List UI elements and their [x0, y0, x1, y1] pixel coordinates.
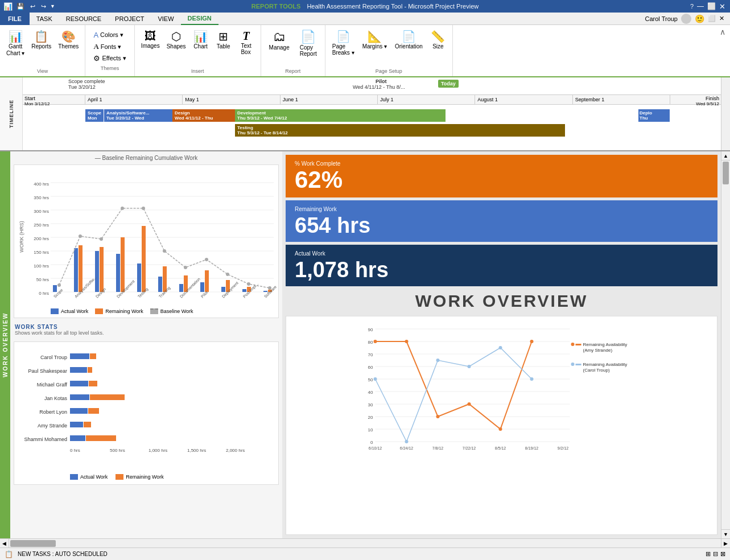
menu-project[interactable]: PROJECT	[108, 13, 151, 25]
svg-point-112	[468, 402, 471, 406]
size-btn[interactable]: 📏 Size	[427, 27, 449, 67]
window-restore2[interactable]: ⬜	[708, 15, 716, 22]
page-breaks-btn[interactable]: 📄 PageBreaks ▾	[329, 27, 358, 67]
svg-rect-83	[86, 435, 116, 441]
menu-design[interactable]: DESIGN	[181, 13, 218, 25]
orientation-btn[interactable]: 📄 Orientation	[391, 27, 426, 67]
user-name[interactable]: Carol Troup	[645, 15, 678, 22]
effects-btn[interactable]: ⚙ Effects ▾	[91, 53, 128, 63]
themes-btn[interactable]: 🎨 Themes	[55, 27, 81, 67]
menu-file[interactable]: FILE	[0, 13, 30, 25]
kpi-work-complete: % Work Complete 62%	[286, 155, 717, 197]
new-tasks-icon[interactable]: ⊞	[706, 550, 711, 558]
kpi-actual-work: Actual Work 1,078 hrs	[286, 245, 717, 286]
svg-text:8/5/12: 8/5/12	[495, 446, 506, 450]
shapes-btn[interactable]: ⬡ Shapes	[164, 27, 189, 67]
hscroll-thumb[interactable]	[10, 540, 56, 547]
gantt-chart-btn[interactable]: 📊 GanttChart ▾	[3, 27, 27, 67]
textbox-btn[interactable]: T TextBox	[236, 27, 257, 67]
svg-text:Jan Kotas: Jan Kotas	[44, 396, 68, 401]
svg-text:80: 80	[368, 340, 373, 345]
save-btn[interactable]: 💾	[15, 3, 26, 10]
svg-text:200 hrs: 200 hrs	[34, 236, 49, 241]
svg-text:100 hrs: 100 hrs	[34, 263, 49, 269]
colors-btn[interactable]: A Colors ▾	[91, 30, 128, 40]
svg-text:7/22/12: 7/22/12	[463, 446, 476, 450]
remaining-work-legend: Remaining Work	[95, 308, 143, 314]
svg-text:1,500 hrs: 1,500 hrs	[187, 448, 206, 453]
svg-text:60: 60	[368, 365, 373, 370]
svg-text:250 hrs: 250 hrs	[34, 223, 49, 228]
chart-btn[interactable]: 📊 Chart	[190, 27, 212, 67]
svg-text:70: 70	[368, 352, 373, 357]
kpi-remaining-work: Remaining Work 654 hrs	[286, 200, 717, 242]
reports-btn[interactable]: 📋 Reports	[28, 27, 54, 67]
filter-icon[interactable]: ⊟	[713, 550, 718, 558]
deploy-bar: Deplo Thu	[638, 109, 670, 122]
customize-btn[interactable]: ▼	[50, 3, 55, 9]
menu-view[interactable]: VIEW	[151, 13, 180, 25]
user-avatar	[681, 14, 691, 24]
scroll-up-btn[interactable]: ▲	[721, 151, 730, 160]
svg-rect-70	[70, 381, 88, 386]
report-tools-tab: REPORT TOOLS	[251, 3, 301, 10]
menu-task[interactable]: TASK	[30, 13, 59, 25]
month-july: July 1	[378, 95, 475, 104]
work-overview-sidebar: WORK OVERVIEW	[0, 151, 10, 538]
svg-text:(Amy Strande): (Amy Strande)	[583, 348, 613, 353]
svg-text:(Carol Troup): (Carol Troup)	[583, 368, 610, 373]
remaining-work-legend2: Remaining Work	[116, 474, 163, 480]
scroll-down-btn[interactable]: ▼	[721, 529, 730, 538]
svg-text:Amy Strande: Amy Strande	[38, 423, 67, 429]
copy-report-btn[interactable]: 📄 CopyReport	[295, 27, 321, 67]
hscroll-right-btn[interactable]: ▶	[721, 539, 730, 548]
svg-rect-41	[205, 270, 209, 292]
menu-resource[interactable]: RESOURCE	[59, 13, 108, 25]
images-btn[interactable]: 🖼 Images	[138, 27, 163, 67]
svg-text:40: 40	[368, 390, 373, 395]
svg-text:90: 90	[368, 327, 373, 332]
design-bar: Design Wed 4/11/12 - Thu	[172, 109, 235, 122]
svg-text:0 hrs: 0 hrs	[39, 291, 49, 296]
hscroll-left-btn[interactable]: ◀	[0, 539, 9, 548]
svg-point-111	[436, 415, 440, 418]
today-badge: Today	[438, 80, 459, 88]
table-btn[interactable]: ⊞ Table	[213, 27, 234, 67]
analysis-bar: Analysis/Software... Tue 3/20/12 - Wed	[104, 109, 172, 122]
svg-rect-80	[84, 422, 91, 427]
svg-point-113	[499, 427, 502, 431]
svg-text:20: 20	[368, 415, 373, 420]
month-may: May 1	[183, 95, 280, 104]
help-btn[interactable]: ?	[690, 3, 694, 10]
redo-btn[interactable]: ↪	[39, 3, 48, 10]
ribbon-collapse-btn[interactable]: ∧	[715, 25, 730, 39]
svg-rect-19	[53, 285, 57, 292]
work-stats-title: WORK STATS	[15, 324, 278, 330]
view-icon[interactable]: ⊠	[720, 550, 725, 558]
svg-rect-67	[70, 367, 87, 373]
svg-text:50 hrs: 50 hrs	[36, 277, 49, 282]
svg-rect-31	[137, 263, 141, 292]
window-close2[interactable]: ✕	[719, 15, 724, 22]
month-august: August 1	[475, 95, 572, 104]
development-bar: Development Thu 5/3/12 - Wed 7/4/12	[235, 109, 446, 122]
baseline-work-legend: Baseline Work	[150, 308, 193, 314]
close-btn[interactable]: ✕	[719, 2, 725, 11]
scope-complete-label: Scope complete	[68, 79, 105, 84]
restore-btn[interactable]: ⬜	[707, 2, 716, 10]
svg-point-116	[405, 440, 409, 443]
svg-rect-65	[90, 353, 96, 359]
svg-rect-25	[95, 251, 99, 292]
svg-point-110	[405, 340, 409, 343]
svg-text:500 hrs: 500 hrs	[110, 448, 125, 453]
margins-btn[interactable]: 📐 Margins ▾	[359, 27, 390, 67]
svg-point-119	[499, 346, 502, 349]
manage-btn[interactable]: 🗂 Manage	[265, 27, 294, 67]
svg-point-117	[436, 359, 440, 362]
minimize-btn[interactable]: —	[697, 2, 704, 10]
fonts-btn[interactable]: A Fonts ▾	[91, 42, 128, 52]
scroll-thumb[interactable]	[723, 162, 729, 184]
scope-bar: Scope Mon	[85, 109, 104, 122]
undo-btn[interactable]: ↩	[28, 3, 37, 10]
line-chart: 90 80 70 60 50 40 30 20 10 0	[286, 316, 717, 535]
